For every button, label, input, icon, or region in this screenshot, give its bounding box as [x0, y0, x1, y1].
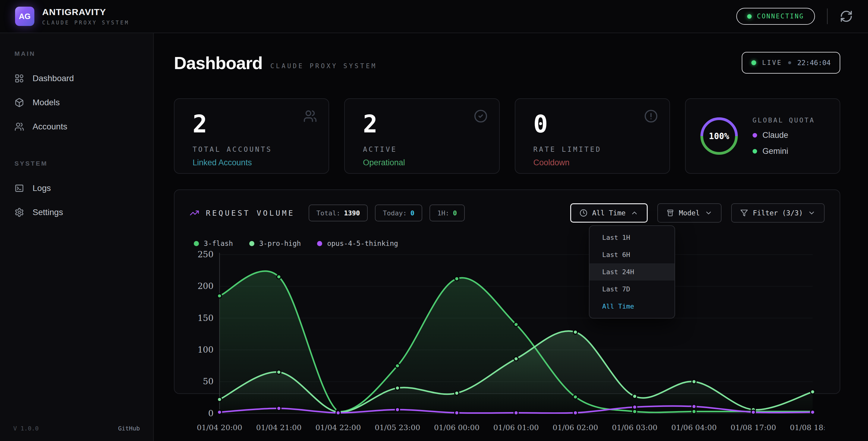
github-link[interactable]: GitHub: [118, 425, 140, 432]
chevron-up-icon: [630, 209, 638, 217]
stat-label: ACTIVE: [363, 145, 481, 153]
legend-dot-icon: [317, 241, 322, 246]
live-label: LIVE: [762, 59, 782, 66]
sidebar-item-models[interactable]: Models: [0, 90, 153, 115]
alert-circle-icon: [644, 109, 658, 123]
check-circle-icon: [474, 109, 488, 123]
sidebar-item-dashboard[interactable]: Dashboard: [0, 66, 153, 90]
legend-item: 3-pro-high: [249, 239, 301, 247]
chart-controls: All Time Model: [570, 203, 825, 223]
page-subtitle: CLAUDE PROXY SYSTEM: [270, 62, 377, 70]
chevron-down-icon: [808, 209, 815, 217]
sidebar-item-logs[interactable]: Logs: [0, 176, 153, 200]
sidebar-section-system: SYSTEM: [0, 160, 153, 167]
one-hour-pill: 1H: 0: [430, 205, 465, 222]
app-window: AG ANTIGRAVITY CLAUDE PROXY SYSTEM CONNE…: [0, 0, 868, 441]
sidebar-section-main: MAIN: [0, 50, 153, 57]
svg-text:200: 200: [197, 281, 213, 291]
stat-value: 2: [363, 111, 481, 138]
svg-text:150: 150: [197, 313, 213, 323]
app-title: ANTIGRAVITY: [42, 7, 129, 17]
chart-title-group: REQUEST VOLUME: [190, 208, 295, 218]
line-chart-svg: 05010015020025001/04 20:0001/04 21:0001/…: [190, 249, 825, 434]
dropdown-item[interactable]: Last 24H: [590, 263, 675, 281]
dropdown-item[interactable]: All Time: [590, 298, 675, 315]
total-pill: Total: 1390: [309, 205, 368, 222]
page-header: Dashboard CLAUDE PROXY SYSTEM LIVE 22:46…: [174, 52, 840, 74]
app-logo: AG: [15, 7, 34, 26]
chart-stat-pills: Total: 1390 Today: 0 1H: 0: [309, 205, 465, 222]
stat-card-active: 2 ACTIVE Operational: [344, 98, 499, 174]
brand-block: ANTIGRAVITY CLAUDE PROXY SYSTEM: [42, 7, 129, 26]
sidebar-item-label: Logs: [33, 183, 51, 193]
stat-value: 2: [193, 111, 310, 138]
page-title: Dashboard: [174, 53, 262, 73]
legend-item: 3-flash: [194, 239, 233, 247]
main-content: Dashboard CLAUDE PROXY SYSTEM LIVE 22:46…: [154, 33, 868, 441]
claude-dot-icon: [752, 133, 757, 138]
sidebar-item-label: Models: [33, 98, 60, 108]
svg-text:01/06 01:00: 01/06 01:00: [493, 423, 539, 432]
live-status-badge: LIVE 22:46:04: [742, 52, 840, 74]
svg-text:01/06 04:00: 01/06 04:00: [671, 423, 717, 432]
model-filter-button[interactable]: Model: [657, 203, 721, 223]
svg-text:01/06 00:00: 01/06 00:00: [434, 423, 479, 432]
sidebar-item-accounts[interactable]: Accounts: [0, 115, 153, 139]
chevron-down-icon: [705, 209, 712, 217]
time-range-dropdown: Last 1HLast 6HLast 24HLast 7DAll Time: [589, 225, 675, 319]
clock-icon: [580, 209, 587, 217]
svg-text:01/05 23:00: 01/05 23:00: [375, 423, 420, 432]
refresh-icon[interactable]: [840, 10, 853, 23]
svg-text:01/04 22:00: 01/04 22:00: [315, 423, 361, 432]
sidebar-item-label: Settings: [33, 208, 63, 217]
chart-legend: 3-flash3-pro-highopus-4-5-thinking: [190, 239, 825, 247]
sidebar-item-label: Dashboard: [33, 74, 74, 83]
cube-icon: [14, 98, 24, 108]
svg-text:250: 250: [197, 249, 213, 259]
live-dot-icon: [751, 60, 756, 65]
terminal-icon: [14, 183, 24, 193]
filter-button[interactable]: Filter (3/3): [731, 203, 825, 223]
stat-card-total-accounts: 2 TOTAL ACCOUNTS Linked Accounts: [174, 98, 329, 174]
sidebar-item-settings[interactable]: Settings: [0, 200, 153, 225]
request-volume-card: REQUEST VOLUME Total: 1390 Today: 0 1H: …: [174, 189, 840, 394]
users-icon: [303, 109, 317, 123]
stat-card-global-quota: 100% GLOBAL QUOTA Claude Gemini: [685, 98, 840, 174]
legend-dot-icon: [194, 241, 199, 246]
quota-legend-gemini: Gemini: [752, 147, 815, 156]
top-bar: AG ANTIGRAVITY CLAUDE PROXY SYSTEM CONNE…: [0, 0, 868, 33]
sidebar-footer: V 1.0.0 GitHub: [0, 425, 153, 432]
quota-legend: GLOBAL QUOTA Claude Gemini: [752, 116, 815, 156]
connection-status-badge[interactable]: CONNECTING: [736, 8, 815, 25]
stat-label: TOTAL ACCOUNTS: [193, 145, 310, 153]
header-right: CONNECTING: [736, 8, 853, 25]
gemini-dot-icon: [752, 149, 757, 153]
version-label: V 1.0.0: [13, 425, 38, 432]
legend-item: opus-4-5-thinking: [317, 239, 398, 247]
svg-text:01/04 20:00: 01/04 20:00: [197, 423, 242, 432]
header-divider: [827, 8, 828, 24]
svg-text:01/06 03:00: 01/06 03:00: [612, 423, 657, 432]
status-dot-icon: [747, 14, 752, 19]
users-icon: [14, 122, 24, 131]
logo-text: AG: [19, 12, 31, 21]
dropdown-item[interactable]: Last 6H: [590, 246, 675, 263]
svg-text:01/04 21:00: 01/04 21:00: [256, 423, 302, 432]
quota-ring: 100%: [699, 116, 739, 156]
svg-text:01/08 18:00: 01/08 18:00: [790, 423, 825, 432]
app-subtitle: CLAUDE PROXY SYSTEM: [42, 20, 129, 26]
stat-cards-row: 2 TOTAL ACCOUNTS Linked Accounts 2 ACTIV…: [174, 98, 840, 174]
chart-title: REQUEST VOLUME: [206, 209, 295, 217]
quota-legend-claude: Claude: [752, 130, 815, 140]
svg-text:100: 100: [197, 345, 213, 355]
request-volume-chart: 05010015020025001/04 20:0001/04 21:0001/…: [190, 249, 825, 434]
chart-header: REQUEST VOLUME Total: 1390 Today: 0 1H: …: [190, 203, 825, 223]
today-pill: Today: 0: [375, 205, 422, 222]
gear-icon: [14, 208, 24, 217]
time-range-button[interactable]: All Time: [570, 203, 648, 223]
stat-card-rate-limited: 0 RATE LIMITED Cooldown: [515, 98, 670, 174]
dropdown-item[interactable]: Last 7D: [590, 281, 675, 298]
dashboard-grid-icon: [14, 74, 24, 83]
dropdown-item[interactable]: Last 1H: [590, 229, 675, 246]
stat-sublabel: Operational: [363, 158, 481, 168]
